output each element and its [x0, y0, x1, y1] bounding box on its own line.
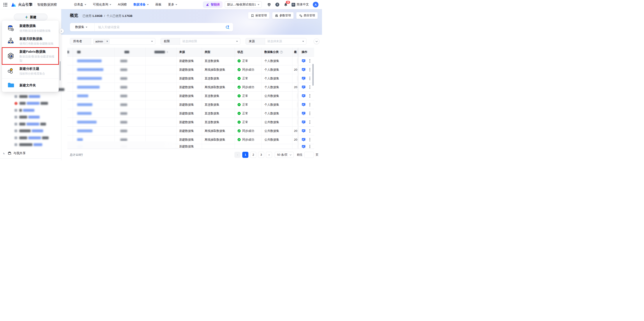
- dataset-name-link-blurred[interactable]: [77, 68, 104, 71]
- apps-grid-icon[interactable]: [4, 3, 7, 6]
- goto-page-input[interactable]: [304, 152, 314, 158]
- preview-chart-button[interactable]: [302, 68, 306, 71]
- chevron-down-icon: [176, 4, 177, 5]
- more-actions-button[interactable]: [309, 129, 310, 133]
- page-button-3[interactable]: 3: [258, 152, 264, 158]
- help-circle-icon[interactable]: ?: [280, 51, 283, 54]
- nav-item-数据准备[interactable]: 数据准备: [134, 3, 149, 6]
- more-actions-button[interactable]: [309, 67, 310, 72]
- sidebar-item-blurred[interactable]: [0, 141, 61, 148]
- dataset-name-link-blurred[interactable]: [77, 130, 92, 132]
- search-category-select[interactable]: 数据集: [70, 25, 94, 29]
- nav-item-AI洞察[interactable]: AI洞察: [118, 3, 127, 6]
- owner-filter[interactable]: 所有者 admin ✕: [70, 38, 155, 45]
- more-actions-button[interactable]: [309, 137, 310, 142]
- preview-chart-button[interactable]: [302, 103, 306, 107]
- nav-item-更多[interactable]: 更多: [168, 3, 177, 6]
- truncated-date-cell: 20: [292, 127, 298, 135]
- dataset-name-link-blurred[interactable]: [77, 77, 102, 80]
- 参数管理-button[interactable]: 参数管理: [272, 12, 294, 19]
- expand-filters-button[interactable]: [314, 38, 319, 44]
- preview-chart-button[interactable]: [302, 85, 306, 89]
- menu-item-新建关联数据集[interactable]: 新建关联数据集使用已有数据集创建数据集: [2, 34, 59, 47]
- main-content: 概览 已使用 1.33GB / 个人已使用 1.17GB 标签管理参数管理类目管…: [61, 9, 322, 160]
- owner-column-header-blurred: [115, 48, 146, 56]
- more-actions-button[interactable]: [309, 111, 310, 116]
- dataset-table: 来源 类型 状态 数据集分类 ? 最 操作 新建数据集 直连数据集 正常 个人数…: [67, 48, 314, 149]
- dataset-name-link-blurred[interactable]: [77, 86, 100, 89]
- nav-item-可视化查询[interactable]: 可视化查询: [93, 3, 111, 6]
- item-icon: [14, 137, 17, 139]
- agent-button[interactable]: 智能体: [203, 1, 222, 8]
- dataset-name-link-blurred[interactable]: [77, 121, 96, 124]
- nav-item-画板[interactable]: 画板: [155, 3, 162, 6]
- help-button[interactable]: ?: [275, 2, 280, 7]
- permission-filter[interactable]: 权限 请选择权限: [160, 38, 240, 45]
- sidebar-item-blurred[interactable]: [0, 107, 61, 114]
- page-size-select[interactable]: 50 条/页: [275, 152, 294, 158]
- preview-chart-button[interactable]: [302, 129, 306, 133]
- sidebar-item-blurred[interactable]: [0, 121, 61, 128]
- menu-item-新建文件夹[interactable]: 新建文件夹: [2, 79, 59, 91]
- more-actions-button[interactable]: [309, 59, 310, 63]
- page-button-2[interactable]: 2: [250, 152, 256, 158]
- menu-item-新建数据集[interactable]: 新建数据集使用数据连接创建数据集: [2, 22, 59, 34]
- dataset-name-link-blurred[interactable]: [77, 112, 92, 115]
- notifications-button[interactable]: 28: [283, 2, 288, 7]
- more-actions-button[interactable]: [309, 85, 310, 89]
- sort-icon[interactable]: [166, 51, 168, 53]
- sidebar-collapse-button[interactable]: ‹: [59, 28, 64, 33]
- category-cell: 公共数据集: [262, 127, 292, 135]
- 类目管理-button[interactable]: 类目管理: [296, 12, 318, 19]
- sidebar-item-blurred[interactable]: [0, 100, 61, 107]
- ai-search-icon[interactable]: [225, 25, 230, 29]
- language-switcher[interactable]: 中 简体中文: [292, 3, 309, 6]
- menu-item-新建分析主题[interactable]: 新建分析主题指标和分析维度集合: [2, 64, 59, 77]
- sidebar-item-blurred[interactable]: [0, 93, 61, 100]
- dataset-name-link-blurred[interactable]: [77, 103, 92, 106]
- page-button-1[interactable]: 1: [242, 152, 248, 158]
- preview-chart-button[interactable]: [302, 138, 306, 142]
- chevron-down-icon: [84, 4, 86, 5]
- more-actions-button[interactable]: [309, 102, 310, 107]
- preview-chart-button[interactable]: [302, 59, 306, 63]
- prev-page-button[interactable]: ‹: [234, 152, 240, 158]
- preview-chart-button[interactable]: [302, 145, 306, 149]
- search-input[interactable]: [98, 25, 225, 29]
- time-cell: [146, 100, 176, 109]
- preview-chart-button[interactable]: [302, 120, 306, 124]
- status-icon: [238, 112, 241, 115]
- sidebar-item-blurred[interactable]: [0, 135, 61, 142]
- avatar[interactable]: A: [313, 2, 318, 7]
- create-new-button[interactable]: 新建: [14, 13, 48, 20]
- table-vertical-scrollbar[interactable]: [312, 64, 314, 86]
- tree-expander-icon[interactable]: [3, 153, 5, 154]
- preview-chart-button[interactable]: [302, 112, 306, 115]
- menu-item-新建Fabric数据集[interactable]: 新建Fabric数据集数据连接/数据集创建逻辑模型: [2, 47, 59, 64]
- source-filter[interactable]: 来源 请选择来源: [246, 38, 306, 45]
- console-button[interactable]: [266, 2, 272, 7]
- more-actions-button[interactable]: [309, 144, 310, 149]
- sidebar-scrollbar[interactable]: [60, 61, 61, 80]
- sidebar-item-blurred[interactable]: [0, 114, 61, 121]
- more-actions-button[interactable]: [309, 76, 310, 81]
- dataset-name-link-blurred[interactable]: [77, 59, 102, 62]
- nav-item-仪表盘[interactable]: 仪表盘: [74, 3, 86, 6]
- owner-text-blurred: [120, 95, 127, 97]
- sidebar-item-shared-with-me[interactable]: 与我共享: [0, 150, 61, 157]
- more-actions-button[interactable]: [309, 94, 310, 98]
- 标签管理-button[interactable]: 标签管理: [248, 12, 270, 19]
- dataset-name-link-blurred[interactable]: [77, 94, 88, 97]
- sidebar-item-recycle-bin[interactable]: ♻ 回收站: [0, 158, 61, 160]
- item-icon: [14, 109, 17, 112]
- next-page-button[interactable]: ›: [266, 152, 272, 158]
- preview-chart-button[interactable]: [302, 77, 306, 80]
- more-actions-button[interactable]: [309, 120, 310, 124]
- dataset-new-icon: [7, 24, 15, 32]
- project-selector[interactable]: 默认... /验收测试项目1: [225, 1, 262, 8]
- remove-chip-button[interactable]: ✕: [105, 39, 109, 44]
- sidebar-item-blurred[interactable]: [0, 128, 61, 135]
- dataset-name-link-blurred[interactable]: [77, 138, 83, 141]
- table-header-row: 来源 类型 状态 数据集分类 ? 最 操作: [67, 48, 314, 56]
- preview-chart-button[interactable]: [302, 94, 306, 98]
